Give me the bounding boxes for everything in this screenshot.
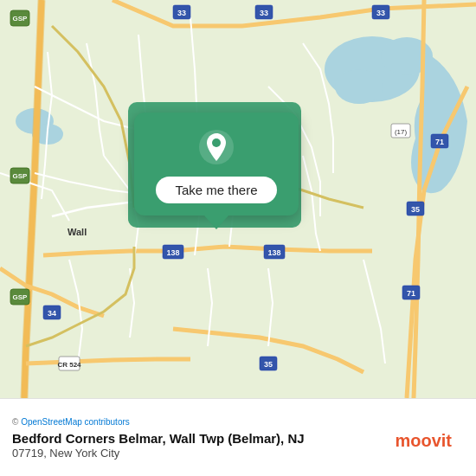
popup-triangle [204,215,228,229]
svg-text:35: 35 [264,360,273,369]
location-subtitle: 07719, New York City [12,447,305,460]
svg-text:71: 71 [435,138,444,146]
svg-text:33: 33 [260,9,268,17]
location-popup: Take me there [130,113,303,229]
location-pin-icon [197,128,235,166]
svg-text:GSP: GSP [13,15,29,23]
svg-text:CR 524: CR 524 [57,361,81,369]
osm-link[interactable]: OpenStreetMap contributors [21,417,130,427]
bottom-bar: © OpenStreetMap contributors Bedford Cor… [0,398,476,476]
svg-text:33: 33 [376,9,385,17]
popup-box: Take me there [134,113,299,215]
svg-point-3 [335,69,383,104]
svg-text:GSP: GSP [13,172,29,180]
svg-text:(17): (17) [395,128,408,136]
location-title: Bedford Corners Belmar, Wall Twp (Belmar… [12,430,305,447]
moovit-logo: moovit [395,431,452,451]
svg-text:35: 35 [411,205,420,214]
svg-text:33: 33 [177,9,186,17]
svg-text:34: 34 [48,309,56,318]
moovit-text: moovit [395,431,452,451]
osm-attribution: © OpenStreetMap contributors [12,417,464,427]
svg-point-38 [212,138,221,147]
map-area: Wall GSP GSP GSP 33 33 33 71 71 35 35 13… [0,0,476,398]
place-label-wall: Wall [68,227,87,237]
take-me-there-button[interactable]: Take me there [156,177,276,203]
svg-text:138: 138 [166,248,179,257]
svg-text:71: 71 [407,289,415,298]
osm-text: © [12,417,21,427]
svg-text:GSP: GSP [13,293,29,301]
svg-text:138: 138 [267,248,280,257]
